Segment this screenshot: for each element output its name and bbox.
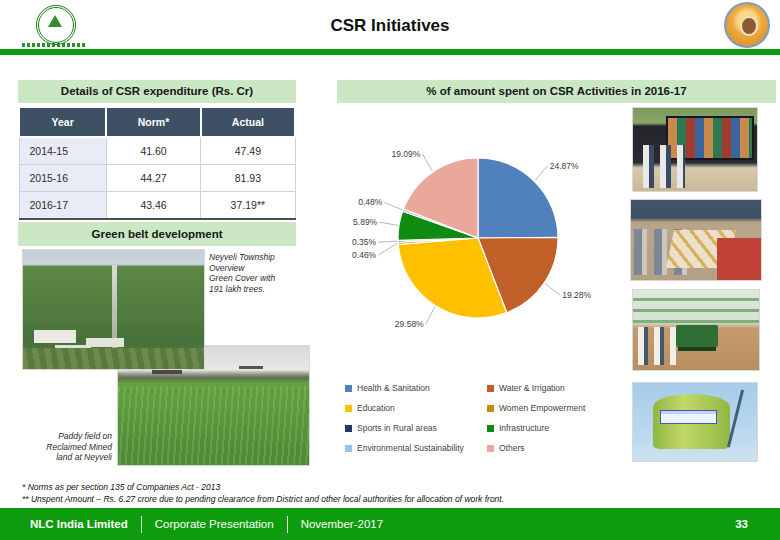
footer-divider [141,516,142,533]
photo-water-tank [632,382,758,462]
legend-label: Health & Sanitation [357,383,430,393]
actual-cell: 47.49 [201,137,295,165]
legend-swatch [345,445,352,452]
year-cell: 2014-15 [19,137,106,165]
photo-cleaning-drive [632,289,760,371]
pie-percent-label: 0.46% [352,250,377,260]
photo-decor [660,410,717,424]
footer-bar: NLC India Limited Corporate Presentation… [0,508,780,540]
label-leader-line [384,202,402,209]
legend-label: Education [357,403,395,413]
table-row: 2015-16 44.27 81.93 [19,165,295,192]
photo-decor [643,145,685,188]
norm-cell: 41.60 [106,137,200,165]
pie-percent-label: 0.48% [358,197,383,207]
legend-item: Education [345,403,481,413]
footnote-unspent: ** Unspent Amount – Rs. 6.27 crore due t… [22,493,764,505]
col-header-norm: Norm* [106,107,200,137]
legend-swatch [345,405,352,412]
table-header-row: Year Norm* Actual [19,107,295,137]
page-number: 33 [735,518,748,530]
footer-presentation: Corporate Presentation [155,518,274,530]
legend-item: Infrastructure [487,423,623,433]
legend-item: Environmental Sustainability [345,443,481,453]
year-cell: 2016-17 [19,192,106,220]
pie-percent-label: 24.87% [550,161,579,171]
photo-neyveli-township [22,249,205,370]
legend-swatch [487,405,494,412]
table-row: 2014-15 41.60 47.49 [19,137,295,165]
badge-portrait [740,16,758,36]
footnotes: * Norms as per section 135 of Companies … [22,481,764,505]
legend-item: Water & Irrigation [487,383,623,393]
photo-decor [34,330,76,343]
photo-exhibition-van [632,107,758,192]
actual-cell: 81.93 [201,165,295,192]
legend-label: Women Empowerment [499,403,585,413]
pie-chart-legend: Health & SanitationWater & IrrigationEdu… [345,383,623,453]
photo-decor [638,327,676,365]
pie-percent-label: 19.28% [562,290,591,300]
label-leader-line [426,307,435,325]
pie-chart: 24.87%19.28%29.58%0.46%0.35%5.89%0.48%19… [350,130,620,350]
slide: CSR Initiatives Details of CSR expenditu… [0,0,780,540]
footer-date: November-2017 [301,518,383,530]
pie-percent-label: 0.35% [352,237,377,247]
legend-label: Others [499,443,525,453]
norm-cell: 44.27 [106,165,200,192]
footer-company: NLC India Limited [30,518,128,530]
label-leader-line [378,243,397,255]
pie-percent-label: 29.58% [395,319,424,329]
township-caption: Neyveli Township Overview Green Cover wi… [209,252,304,295]
page-title: CSR Initiatives [0,16,780,36]
label-leader-line [379,222,398,225]
legend-label: Water & Irrigation [499,383,565,393]
legend-swatch [345,385,352,392]
paddy-caption: Paddy field on Reclaimed Mined land at N… [18,431,112,463]
legend-swatch [487,445,494,452]
photo-community-meal [630,199,762,281]
photo-decor [676,325,718,347]
footer-divider [287,516,288,533]
col-header-actual: Actual [201,107,295,137]
pie-chart-title: % of amount spent on CSR Activities in 2… [337,80,776,103]
label-leader-line [535,166,548,181]
legend-label: Environmental Sustainability [357,443,464,453]
photo-decor [717,230,761,280]
photo-decor [23,348,204,369]
table-title: Details of CSR expenditure (Rs. Cr) [18,80,296,103]
label-leader-line [545,284,560,296]
label-leader-line [378,241,397,242]
col-header-year: Year [19,107,106,137]
legend-item: Others [487,443,623,453]
green-belt-title: Green belt development [18,222,296,246]
label-leader-line [422,154,432,171]
photo-decor [118,386,309,465]
pie-slice [478,158,558,238]
commemorative-badge-icon [724,2,770,48]
legend-swatch [487,425,494,432]
legend-item: Sports in Rural areas [345,423,481,433]
pie-chart-svg: 24.87%19.28%29.58%0.46%0.35%5.89%0.48%19… [350,130,620,350]
photo-decor [633,290,759,324]
legend-swatch [487,385,494,392]
pie-percent-label: 19.09% [392,149,421,159]
norm-cell: 43.46 [106,192,200,220]
legend-item: Health & Sanitation [345,383,481,393]
legend-item: Women Empowerment [487,403,623,413]
header-divider-bar [0,49,780,55]
actual-cell: 37.19** [201,192,295,220]
csr-expenditure-table: Year Norm* Actual 2014-15 41.60 47.49 20… [18,106,296,220]
legend-swatch [345,425,352,432]
year-cell: 2015-16 [19,165,106,192]
legend-label: Sports in Rural areas [357,423,437,433]
pie-percent-label: 5.89% [353,217,378,227]
footnote-norms: * Norms as per section 135 of Companies … [22,481,764,493]
logo-registration-text [22,43,86,47]
table-row: 2016-17 43.46 37.19** [19,192,295,220]
legend-label: Infrastructure [499,423,549,433]
